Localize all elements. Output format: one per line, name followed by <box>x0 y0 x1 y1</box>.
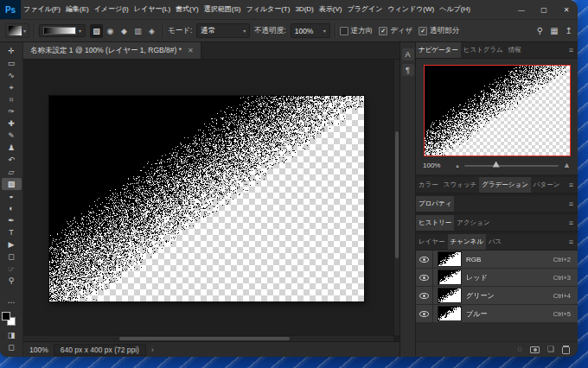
panel-menu-icon[interactable]: ≡ <box>565 234 578 250</box>
dither-checkbox[interactable]: ✓ディザ <box>379 26 412 36</box>
zoom-out-icon[interactable]: ▲ <box>455 163 460 168</box>
menu-item[interactable]: 選択範囲(S) <box>201 0 244 19</box>
save-selection-as-channel-button[interactable] <box>530 346 540 353</box>
panel-tab[interactable]: ヒストグラム <box>461 42 506 58</box>
panel-tab[interactable]: アクション <box>454 215 492 231</box>
reflected-gradient-button[interactable]: ▥ <box>131 24 144 38</box>
zoom-tool[interactable]: ⚲ <box>2 275 22 287</box>
vertical-scrollbar[interactable] <box>393 60 399 335</box>
panel-tab[interactable]: スウォッチ <box>441 177 479 193</box>
foreground-color-swatch[interactable] <box>2 312 10 320</box>
type-tool[interactable]: T <box>2 226 22 238</box>
move-tool[interactable]: ✛ <box>2 45 22 57</box>
panel-menu-icon[interactable]: ≡ <box>565 215 578 231</box>
dodge-tool[interactable]: ◐ <box>2 202 22 214</box>
healing-brush-tool[interactable]: ✚ <box>2 117 22 130</box>
shape-tool[interactable]: ◻ <box>2 251 22 263</box>
zoom-level-field[interactable]: 100% <box>29 346 48 354</box>
foreground-background-swatches[interactable] <box>2 312 16 326</box>
menu-item[interactable]: ウィンドウ(W) <box>385 0 437 19</box>
panel-tab[interactable]: グラデーション <box>479 177 531 193</box>
minimize-button[interactable]: — <box>510 0 533 19</box>
new-channel-button[interactable]: ❏ <box>547 346 554 353</box>
path-selection-tool[interactable]: ▶ <box>2 238 22 251</box>
pen-tool[interactable]: ✒ <box>2 214 22 226</box>
close-tab-icon[interactable]: ✕ <box>188 47 194 54</box>
panel-tab[interactable]: 情報 <box>506 42 524 58</box>
eyedropper-tool[interactable]: ✑ <box>2 105 22 117</box>
visibility-toggle[interactable] <box>416 305 433 322</box>
navigator-proxy-view[interactable] <box>424 65 571 156</box>
scrollbar-thumb[interactable] <box>395 131 399 258</box>
brush-tool[interactable]: ✎ <box>2 130 22 142</box>
menu-item[interactable]: 編集(E) <box>63 0 92 19</box>
panel-tab[interactable]: パス <box>486 234 504 250</box>
lasso-tool[interactable]: ∿ <box>2 69 22 81</box>
edit-toolbar-button[interactable]: ⋯ <box>2 296 22 308</box>
gradient-tool[interactable]: ▨ <box>2 178 22 190</box>
angle-gradient-button[interactable]: ◆ <box>118 24 131 38</box>
panel-menu-icon[interactable]: ≡ <box>565 42 578 58</box>
menu-item[interactable]: 3D(D) <box>292 0 316 19</box>
menu-item[interactable]: フィルター(T) <box>243 0 292 19</box>
marquee-tool[interactable]: ▭ <box>2 57 22 69</box>
radial-gradient-button[interactable]: ◉ <box>104 24 117 38</box>
panel-tab[interactable]: プロパティ <box>416 196 454 212</box>
visibility-toggle[interactable] <box>416 251 433 268</box>
screen-mode-button[interactable]: ◻ <box>2 341 22 353</box>
chevron-right-icon[interactable]: › <box>151 346 154 354</box>
panel-tab[interactable]: ナビゲーター <box>416 42 461 58</box>
menu-item[interactable]: プラグイン <box>344 0 385 19</box>
menu-item[interactable]: レイヤー(L) <box>131 0 173 19</box>
channel-row[interactable]: レッドCtrl+3 <box>416 269 578 287</box>
zoom-in-icon[interactable]: ▲ <box>563 162 571 169</box>
panel-tab[interactable]: レイヤー <box>416 234 448 250</box>
visibility-toggle[interactable] <box>416 269 433 286</box>
menu-item[interactable]: 表示(V) <box>316 0 345 19</box>
menu-item[interactable]: 書式(Y) <box>173 0 201 19</box>
panel-tab[interactable]: チャンネル <box>448 234 486 250</box>
eraser-tool[interactable]: ▱ <box>2 166 22 178</box>
canvas-area[interactable] <box>23 60 399 341</box>
panel-menu-icon[interactable]: ≡ <box>565 177 578 193</box>
clone-stamp-tool[interactable]: ♟ <box>2 142 22 154</box>
horizontal-scrollbar[interactable] <box>23 335 393 341</box>
panel-menu-icon[interactable]: ≡ <box>565 196 578 212</box>
document-tab[interactable]: 名称未設定 1 @ 100% (レイヤー 1, RGB/8#) * ✕ <box>23 42 201 59</box>
load-channel-selection-button[interactable]: ◌ <box>518 346 522 353</box>
channel-row[interactable]: グリーンCtrl+4 <box>416 287 578 305</box>
workspace-switcher-icon[interactable]: ▦ <box>550 26 558 35</box>
panel-tab[interactable]: パターン <box>531 177 563 193</box>
quick-mask-button[interactable]: ◨ <box>2 329 22 341</box>
history-brush-tool[interactable]: ↶ <box>2 154 22 166</box>
opacity-select[interactable]: 100% ▾ <box>291 23 330 38</box>
menu-item[interactable]: イメージ(I) <box>92 0 131 19</box>
share-icon[interactable]: ↥ <box>566 26 572 35</box>
channel-row[interactable]: ブルーCtrl+5 <box>416 305 578 323</box>
panel-tab[interactable]: カラー <box>416 177 441 193</box>
object-selection-tool[interactable]: ⌖ <box>2 81 22 93</box>
transparency-checkbox[interactable]: ✓透明部分 <box>419 26 459 36</box>
menu-item[interactable]: ヘルプ(H) <box>437 0 473 19</box>
blur-tool[interactable]: ◒ <box>2 190 22 202</box>
character-panel-icon[interactable]: A <box>402 48 414 60</box>
search-icon[interactable]: ⚲ <box>537 26 543 35</box>
delete-channel-button[interactable] <box>562 346 570 354</box>
linear-gradient-button[interactable]: ▧ <box>90 24 103 38</box>
paragraph-panel-icon[interactable]: ¶ <box>402 64 414 76</box>
navigator-zoom-value[interactable]: 100% <box>423 162 451 169</box>
scrollbar-thumb[interactable] <box>119 337 290 340</box>
slider-thumb[interactable] <box>493 162 500 168</box>
panel-tab[interactable]: ヒストリー <box>416 215 454 231</box>
document-canvas[interactable] <box>49 96 364 301</box>
close-button[interactable]: ✕ <box>555 0 578 19</box>
hand-tool[interactable]: ☞ <box>2 263 22 275</box>
menu-item[interactable]: ファイル(F) <box>21 0 63 19</box>
tool-preset-picker[interactable]: ▾ <box>5 23 29 38</box>
reverse-checkbox[interactable]: 逆方向 <box>340 26 374 36</box>
gradient-preset-picker[interactable]: ▾ <box>39 24 86 37</box>
maximize-button[interactable]: ▢ <box>533 0 555 19</box>
crop-tool[interactable]: ⌗ <box>2 93 22 105</box>
visibility-toggle[interactable] <box>416 287 433 304</box>
blend-mode-select[interactable]: 通常 ▾ <box>196 23 250 38</box>
